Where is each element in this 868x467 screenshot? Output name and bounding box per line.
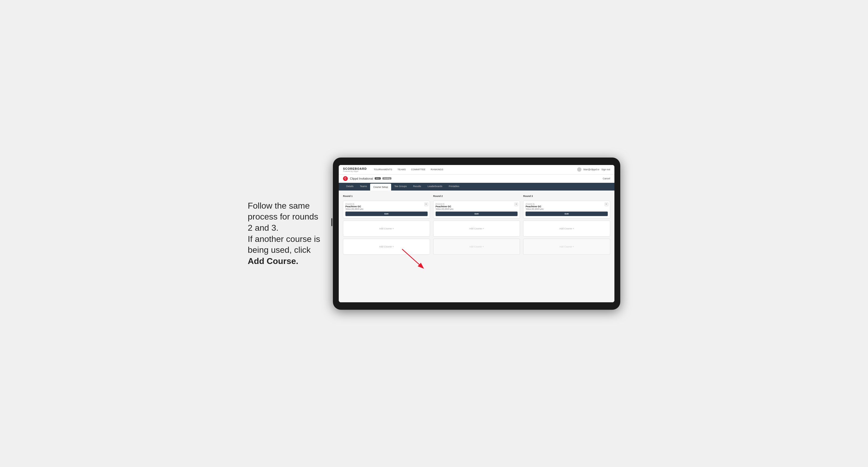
round-1-add-course-2[interactable]: Add Course + <box>343 239 430 255</box>
tab-printables[interactable]: Printables <box>445 183 462 190</box>
hosting-badge: Hosting <box>382 177 392 180</box>
round-1-course-card: ✕ (Course A) Peachtree GC Yellow (M) (66… <box>343 200 430 218</box>
tab-course-setup[interactable]: Course Setup <box>370 184 391 190</box>
round-1-edit-button[interactable]: Edit <box>345 212 428 216</box>
logo-title: SCOREBOARD <box>343 167 367 170</box>
tab-results[interactable]: Results <box>410 183 425 190</box>
nav-teams[interactable]: TEAMS <box>397 168 406 171</box>
tournament-logo: C <box>343 176 348 181</box>
round-2-course-name: Peachtree GC <box>436 205 518 208</box>
round-2-delete-button[interactable]: ✕ <box>514 203 518 206</box>
page-wrapper: Follow the same process for rounds 2 and… <box>248 158 620 310</box>
nav-links: TOURNAMENTS TEAMS COMMITTEE RANKINGS <box>373 168 577 171</box>
tablet-device: SCOREBOARD Powered by clippd TOURNAMENTS… <box>333 158 620 310</box>
user-avatar <box>577 167 581 172</box>
logo-sub: Powered by clippd <box>343 170 367 172</box>
tab-details[interactable]: Details <box>343 183 357 190</box>
round-2-add-course-1[interactable]: Add Course + <box>433 221 520 237</box>
round-3-add-course-label-1: Add Course + <box>559 227 574 230</box>
tab-bar: Details Teams Course Setup Tee Groups Re… <box>339 183 614 190</box>
round-1-title: Round 1 <box>343 195 430 197</box>
round-2-edit-button[interactable]: Edit <box>436 212 518 216</box>
round-1-course-info: Yellow (M) (6629 yds) <box>345 208 428 210</box>
round-2-add-course-label-1: Add Course + <box>469 227 484 230</box>
tablet-screen: SCOREBOARD Powered by clippd TOURNAMENTS… <box>339 165 614 302</box>
round-3-add-course-label-2: Add Course + <box>559 245 574 248</box>
round-2-course-card: ✕ (Course A) Peachtree GC Yellow (M) (66… <box>433 200 520 218</box>
round-3-course-card: ✕ (Course A) Peachtree GC Yellow (M) (66… <box>523 200 610 218</box>
round-3-column: Round 3 ✕ (Course A) Peachtree GC Yellow… <box>523 195 610 255</box>
round-1-delete-button[interactable]: ✕ <box>425 203 428 206</box>
cancel-button[interactable]: Cancel <box>603 177 610 180</box>
tab-tee-groups[interactable]: Tee Groups <box>391 183 410 190</box>
round-1-column: Round 1 ✕ (Course A) Peachtree GC Yellow… <box>343 195 430 255</box>
round-3-edit-button[interactable]: Edit <box>526 212 608 216</box>
nav-tournaments[interactable]: TOURNAMENTS <box>373 168 393 171</box>
tablet-side-button <box>331 218 332 226</box>
round-3-course-name: Peachtree GC <box>526 205 608 208</box>
round-2-title: Round 2 <box>433 195 520 197</box>
sign-out-link[interactable]: Sign out <box>601 168 610 171</box>
top-nav: SCOREBOARD Powered by clippd TOURNAMENTS… <box>339 165 614 175</box>
user-email: blair@clippd.io <box>584 168 599 171</box>
round-3-title: Round 3 <box>523 195 610 197</box>
instruction-text-main: Follow the same process for rounds 2 and… <box>248 201 320 266</box>
round-3-course-info: Yellow (M) (6629 yds) <box>526 208 608 210</box>
round-3-course-label: (Course A) <box>526 203 608 205</box>
nav-committee[interactable]: COMMITTEE <box>411 168 426 171</box>
instruction-bold: Add Course. <box>248 256 298 266</box>
round-1-course-label: (Course A) <box>345 203 428 205</box>
top-right: blair@clippd.io Sign out <box>577 167 610 172</box>
round-3-delete-button[interactable]: ✕ <box>604 203 608 206</box>
round-1-add-course-1[interactable]: Add Course + <box>343 221 430 237</box>
instruction-block: Follow the same process for rounds 2 and… <box>248 200 322 267</box>
round-1-add-course-label-2: Add Course + <box>379 245 394 248</box>
tournament-bar: C Clippd Invitational Men Hosting Cancel <box>339 175 614 183</box>
round-2-course-info: Yellow (M) (6629 yds) <box>436 208 518 210</box>
round-1-course-name: Peachtree GC <box>345 205 428 208</box>
tab-teams[interactable]: Teams <box>357 183 370 190</box>
tab-leaderboards[interactable]: Leaderboards <box>425 183 446 190</box>
gender-badge: Men <box>375 177 381 180</box>
tournament-name: Clippd Invitational <box>350 177 373 180</box>
round-2-column: Round 2 ✕ (Course A) Peachtree GC Yellow… <box>433 195 520 255</box>
round-2-add-course-2: Add Course + <box>433 239 520 255</box>
content-area: Round 1 ✕ (Course A) Peachtree GC Yellow… <box>339 190 614 302</box>
nav-rankings[interactable]: RANKINGS <box>430 168 444 171</box>
round-1-add-course-label-1: Add Course + <box>379 227 394 230</box>
round-3-add-course-1[interactable]: Add Course + <box>523 221 610 237</box>
logo-area: SCOREBOARD Powered by clippd <box>343 167 367 172</box>
round-2-course-label: (Course A) <box>436 203 518 205</box>
rounds-grid: Round 1 ✕ (Course A) Peachtree GC Yellow… <box>343 195 610 255</box>
round-3-add-course-2: Add Course + <box>523 239 610 255</box>
round-2-add-course-label-2: Add Course + <box>469 245 484 248</box>
